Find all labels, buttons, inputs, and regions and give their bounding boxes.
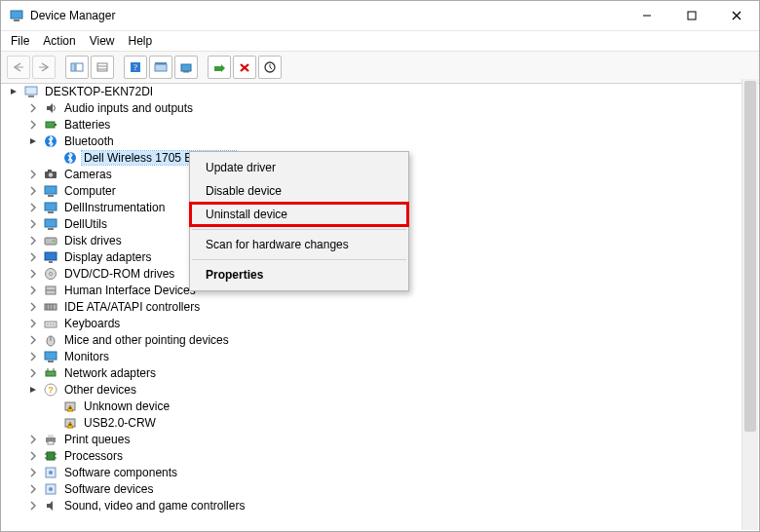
menu-action[interactable]: Action xyxy=(43,34,75,48)
tree-item-label[interactable]: Processors xyxy=(62,449,125,463)
minimize-button[interactable] xyxy=(625,1,669,30)
svg-rect-70 xyxy=(47,452,55,460)
tree-item-label[interactable]: Print queues xyxy=(62,433,132,446)
bluetooth-icon xyxy=(43,133,58,149)
tree-item-label[interactable]: USB2.0-CRW xyxy=(82,416,158,430)
expand-icon[interactable] xyxy=(27,202,39,213)
maximize-button[interactable] xyxy=(669,1,714,30)
collapse-icon[interactable] xyxy=(8,86,19,97)
svg-rect-68 xyxy=(48,435,54,437)
collapse-icon[interactable] xyxy=(27,384,39,396)
tree-item-label[interactable]: Software components xyxy=(62,466,179,479)
root-label[interactable]: DESKTOP-EKN72DI xyxy=(43,85,155,98)
expand-icon[interactable] xyxy=(27,218,39,230)
expand-icon[interactable] xyxy=(27,483,39,495)
expand-icon[interactable] xyxy=(27,367,39,379)
show-hide-tree-button[interactable] xyxy=(65,56,89,79)
warning-device-icon xyxy=(62,399,78,414)
svg-rect-18 xyxy=(183,71,189,73)
expand-icon[interactable] xyxy=(27,334,39,346)
tree-item-label[interactable]: Cameras xyxy=(62,168,114,181)
context-update-driver[interactable]: Update driver xyxy=(190,156,408,179)
tree-item-label[interactable]: Mice and other pointing devices xyxy=(62,333,231,347)
audio-icon xyxy=(43,100,58,116)
window-title: Device Manager xyxy=(30,9,115,22)
tree-item-label[interactable]: Audio inputs and outputs xyxy=(62,101,195,115)
collapse-icon[interactable] xyxy=(27,135,39,147)
expand-icon[interactable] xyxy=(27,235,39,247)
tree-item-label[interactable]: IDE ATA/ATAPI controllers xyxy=(62,300,202,314)
tree-item-label[interactable]: Other devices xyxy=(62,383,138,397)
svg-rect-35 xyxy=(48,211,54,213)
context-uninstall-device[interactable]: Uninstall device xyxy=(190,203,408,226)
expand-icon[interactable] xyxy=(27,318,39,329)
help-button[interactable]: ? xyxy=(124,56,147,79)
svg-rect-25 xyxy=(46,122,55,128)
expand-icon[interactable] xyxy=(27,500,39,512)
expand-icon[interactable] xyxy=(27,467,39,478)
uninstall-device-button[interactable] xyxy=(258,56,282,79)
app-icon xyxy=(9,8,24,23)
svg-text:?: ? xyxy=(133,62,137,72)
expand-icon[interactable] xyxy=(27,434,39,445)
expand-icon[interactable] xyxy=(27,450,39,462)
tree-item-label[interactable]: Bluetooth xyxy=(62,134,116,148)
svg-rect-9 xyxy=(76,63,83,71)
expand-icon[interactable] xyxy=(27,268,39,280)
context-properties[interactable]: Properties xyxy=(190,263,408,286)
tree-item-label[interactable]: Keyboards xyxy=(62,317,122,330)
tree-item-label[interactable]: Sound, video and game controllers xyxy=(62,499,247,513)
context-scan-hardware[interactable]: Scan for hardware changes xyxy=(190,233,408,256)
tree-item-label[interactable]: DVD/CD-ROM drives xyxy=(62,267,176,281)
computer-root-icon xyxy=(23,84,39,99)
tree-item-label[interactable]: DellInstrumentation xyxy=(62,201,167,214)
action-button[interactable] xyxy=(149,56,172,79)
scrollbar-thumb[interactable] xyxy=(744,81,756,432)
svg-point-51 xyxy=(47,323,49,325)
tree-item-label[interactable]: Computer xyxy=(62,184,118,198)
svg-rect-3 xyxy=(688,12,696,19)
expand-icon[interactable] xyxy=(27,185,39,197)
nav-forward-button[interactable] xyxy=(32,56,56,79)
enable-device-button[interactable] xyxy=(208,56,231,79)
device-tree[interactable]: DESKTOP-EKN72DI Audio inputs and outputs… xyxy=(2,79,742,530)
context-disable-device[interactable]: Disable device xyxy=(190,179,408,203)
tree-item-label[interactable]: Software devices xyxy=(62,482,155,496)
display-icon xyxy=(43,249,58,265)
tree-item-label[interactable]: Unknown device xyxy=(82,399,171,413)
svg-rect-40 xyxy=(45,252,57,260)
expand-icon[interactable] xyxy=(27,285,39,296)
svg-rect-16 xyxy=(155,62,167,64)
tree-item-label[interactable]: Disk drives xyxy=(62,234,124,247)
expand-icon[interactable] xyxy=(27,351,39,362)
svg-rect-26 xyxy=(55,124,57,126)
tree-item-label[interactable]: Human Interface Devices xyxy=(62,284,198,297)
network-icon xyxy=(43,365,58,381)
menu-file[interactable]: File xyxy=(11,34,29,48)
svg-rect-19 xyxy=(214,66,221,71)
expand-icon[interactable] xyxy=(27,251,39,263)
svg-rect-15 xyxy=(155,64,167,71)
tree-item-label[interactable]: Display adapters xyxy=(62,250,153,264)
expand-icon[interactable] xyxy=(27,102,39,114)
tree-item-label[interactable]: Monitors xyxy=(62,350,111,363)
close-button[interactable] xyxy=(714,1,759,30)
tree-item-label[interactable]: DellUtils xyxy=(62,217,109,231)
update-driver-button[interactable] xyxy=(174,56,198,79)
properties-button[interactable] xyxy=(91,56,114,79)
svg-rect-23 xyxy=(25,87,37,95)
menu-help[interactable]: Help xyxy=(129,34,153,48)
expand-icon[interactable] xyxy=(27,301,39,313)
svg-rect-58 xyxy=(46,371,56,376)
tree-item-label[interactable]: Batteries xyxy=(62,118,112,132)
expand-icon[interactable] xyxy=(27,169,39,180)
vertical-scrollbar[interactable] xyxy=(741,79,758,530)
svg-rect-1 xyxy=(14,19,19,21)
tree-item-label[interactable]: Network adapters xyxy=(62,366,158,380)
svg-rect-32 xyxy=(45,186,57,194)
menu-view[interactable]: View xyxy=(90,34,115,48)
other-devices-icon: ? xyxy=(43,382,58,398)
expand-icon[interactable] xyxy=(27,119,39,131)
nav-back-button[interactable] xyxy=(7,56,30,79)
disable-device-button[interactable] xyxy=(233,56,256,79)
